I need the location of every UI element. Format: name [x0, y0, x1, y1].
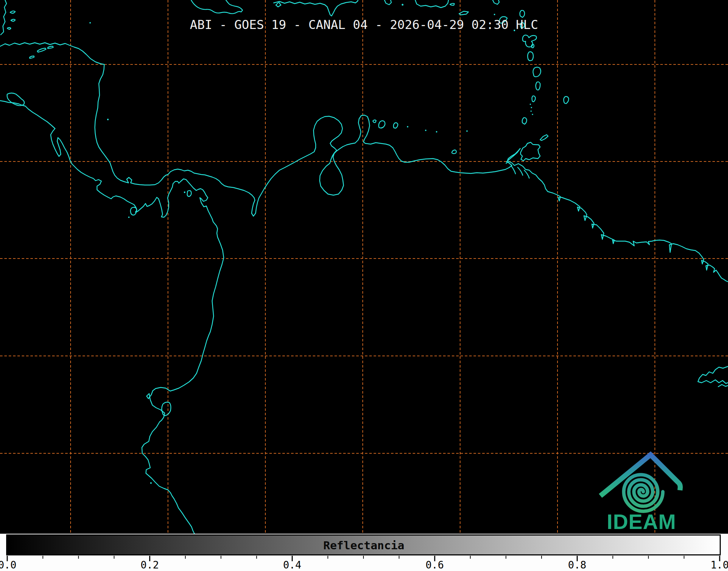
bay-islands: [30, 46, 53, 58]
barbados: [564, 97, 569, 104]
los-roques-dot-1: [407, 126, 408, 127]
grenadines-dot-1: [530, 104, 531, 105]
la-tortuga: [452, 150, 456, 154]
tick-label-0.8: 0.8: [568, 559, 586, 571]
logo-text: IDEAM: [607, 510, 676, 533]
colorbar-ticks: [0, 534, 728, 571]
puna-island: [162, 402, 171, 416]
island-dots: [89, 4, 533, 484]
satellite-map: ABI - GOES 19 - CANAL 04 - 2026-04-29 02…: [0, 0, 728, 534]
ideam-logo: IDEAM: [597, 449, 686, 534]
grenadines-dot-4: [532, 114, 533, 115]
grenada: [522, 118, 527, 124]
saba-dot: [494, 14, 495, 15]
trinidad: [521, 142, 540, 161]
colorbar-strip: Reflectancia 0.00.20.40.60.81.0: [0, 534, 728, 571]
tick-label-0.6: 0.6: [426, 559, 444, 571]
abc-islands: [373, 120, 398, 128]
hurricane-spiral-icon: [624, 475, 663, 511]
orinoco-delta-guyana: [506, 161, 728, 282]
tobago: [540, 135, 548, 140]
martinique: [533, 67, 540, 77]
honduras-nicaragua-caribbean: [0, 43, 255, 200]
tick-label-1.0: 1.0: [711, 559, 728, 571]
tick-label-0.4: 0.4: [283, 559, 302, 571]
grenadines-dot-3: [530, 110, 532, 112]
amazon-mouth: [698, 366, 728, 387]
pearl-islands: [187, 190, 192, 196]
puerto-rico: [415, 0, 454, 8]
lobos-dot: [150, 482, 152, 484]
jamaica: [191, 0, 243, 14]
los-testigos-dot: [466, 130, 468, 132]
tick-label-0.2: 0.2: [140, 559, 159, 571]
goes-satellite-product: { "title": "ABI - GOES 19 - CANAL 04 - 2…: [0, 0, 728, 571]
tick-label-0.0: 0.0: [0, 559, 16, 571]
hispaniola-fragment: [384, 0, 391, 5]
la-orchila-dot: [436, 131, 437, 133]
st-croix: [459, 11, 468, 15]
mona-dot: [402, 4, 404, 6]
corn-islands: [107, 119, 109, 120]
map-title: ABI - GOES 19 - CANAL 04 - 2026-04-29 02…: [0, 17, 728, 32]
st-vincent: [532, 96, 535, 102]
grenadines-dot-2: [531, 107, 532, 108]
dominica: [527, 52, 533, 61]
pearl-dot: [184, 192, 185, 193]
guadeloupe: [523, 35, 536, 48]
orinoco-delta-channels: [511, 166, 529, 178]
montuosa-dot: [128, 217, 130, 218]
st-lucia: [536, 82, 540, 90]
los-roques-dot-2: [425, 130, 426, 131]
nicaragua-lakes: [7, 93, 25, 106]
uraba-colombia-venezuela: [252, 115, 520, 216]
haiti-tiburon: [274, 0, 358, 16]
pacific-central-south-america: [0, 101, 224, 534]
